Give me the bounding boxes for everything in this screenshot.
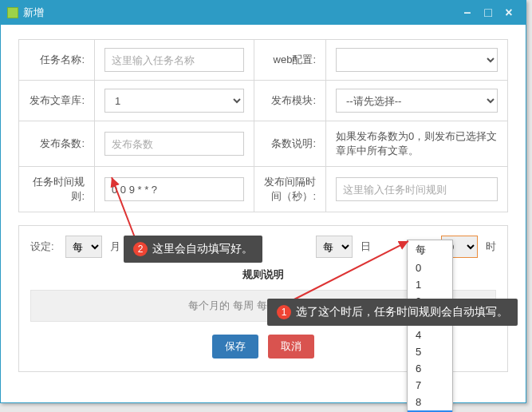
hour-option[interactable]: 7 <box>408 377 452 394</box>
label-count-note: 条数说明: <box>254 121 326 167</box>
minimize-button[interactable]: – <box>457 6 478 20</box>
cancel-button[interactable]: 取消 <box>268 335 314 359</box>
save-button[interactable]: 保存 <box>212 335 258 359</box>
callout-badge-1: 1 <box>277 305 291 319</box>
day-select[interactable]: 每 <box>316 236 353 258</box>
hour-option[interactable]: 8 <box>408 394 452 410</box>
close-button[interactable]: × <box>499 6 519 20</box>
label-web-config: web配置: <box>254 40 326 81</box>
label-task-name: 任务名称: <box>19 40 95 81</box>
hour-dropdown[interactable]: 每0123456789 <box>407 240 453 412</box>
hour-option[interactable]: 1 <box>408 276 452 293</box>
hour-option[interactable]: 0 <box>408 259 452 276</box>
time-rule-input[interactable] <box>104 177 244 201</box>
hour-option[interactable]: 5 <box>408 343 452 360</box>
label-pub-module: 发布模块: <box>254 81 326 121</box>
count-note-text: 如果发布条数为0，则发布已选择文章库中所有文章。 <box>326 121 508 167</box>
titlebar[interactable]: 新增 – □ × <box>1 1 526 25</box>
callout-1: 1选了这个时后，任务时间规则会自动填写。 <box>267 299 518 326</box>
label-interval: 发布间隔时间（秒）: <box>254 167 326 212</box>
callout-badge-2: 2 <box>133 242 148 256</box>
hour-option[interactable]: 6 <box>408 360 452 377</box>
pub-module-select[interactable]: --请先选择-- <box>336 89 498 113</box>
pub-count-input[interactable] <box>104 132 244 156</box>
window-title: 新增 <box>23 6 44 20</box>
hour-option[interactable]: 4 <box>408 327 452 343</box>
unit-day: 日 <box>361 240 371 254</box>
app-icon <box>7 7 18 18</box>
label-pub-count: 发布条数: <box>19 121 95 167</box>
label-schedule: 设定: <box>30 240 54 254</box>
task-name-input[interactable] <box>104 48 244 72</box>
month-select[interactable]: 每 <box>65 236 102 258</box>
form-table: 任务名称: web配置: 发布文章库: 1 发布模块: --请先选择-- 发布条… <box>18 39 508 212</box>
hour-option[interactable]: 每 <box>408 240 452 259</box>
unit-month: 月 <box>110 240 120 254</box>
callout-2: 2这里会自动填写好。 <box>124 236 262 263</box>
maximize-button[interactable]: □ <box>478 6 499 20</box>
web-config-select[interactable] <box>336 48 498 72</box>
interval-input[interactable] <box>336 177 498 201</box>
label-time-rule: 任务时间规则: <box>19 167 95 212</box>
label-pub-lib: 发布文章库: <box>19 81 95 121</box>
pub-lib-select[interactable]: 1 <box>104 89 244 113</box>
unit-hour: 时 <box>486 240 496 254</box>
